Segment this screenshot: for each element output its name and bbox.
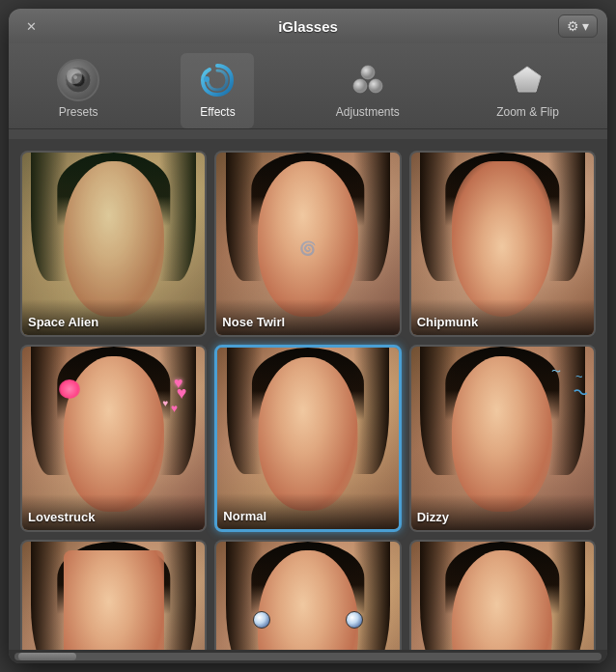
dizzy-bird-2: 〜 — [571, 381, 591, 405]
dizzy-bird-3: 〜 — [551, 365, 561, 378]
svg-point-3 — [73, 75, 77, 79]
zoom-svg — [511, 64, 544, 97]
tab-presets-label: Presets — [59, 105, 98, 119]
scrollbar-track[interactable] — [14, 653, 602, 660]
tab-adjustments[interactable]: Adjustments — [321, 53, 415, 128]
tab-adjustments-label: Adjustments — [336, 105, 400, 119]
toolbar: Presets Effects — [9, 43, 607, 129]
effects-grid: Space Alien 🌀 Nose Twirl — [20, 151, 596, 650]
svg-point-4 — [204, 76, 210, 82]
hair-right — [159, 153, 196, 281]
frog-preview — [411, 542, 594, 650]
dizzy-hair-left — [420, 347, 457, 475]
nose-twirl-label: Nose Twirl — [216, 299, 399, 335]
svg-point-1 — [71, 73, 85, 87]
effect-normal[interactable]: Normal — [214, 345, 401, 531]
svg-point-5 — [353, 79, 367, 93]
effect-dizzy[interactable]: ~ 〜 〜 Dizzy — [409, 345, 596, 531]
effect-lovestruck[interactable]: ♥ ♥ Lovestruck — [20, 345, 207, 531]
bug-eye-right — [346, 611, 363, 629]
tab-zoom[interactable]: Zoom & Flip — [481, 53, 574, 128]
lovestruck-label: Lovestruck — [22, 494, 205, 530]
tab-presets[interactable]: Presets — [42, 53, 115, 128]
effect-chipmunk[interactable]: Chipmunk — [409, 151, 596, 337]
chip-hair-left — [420, 153, 457, 281]
titlebar: ✕ iGlasses ⚙ ▾ — [9, 9, 607, 43]
effect-frog[interactable]: Frog — [409, 540, 596, 650]
bug-eye-left — [253, 611, 270, 629]
close-icon: ✕ — [26, 19, 37, 34]
effect-space-alien[interactable]: Space Alien — [20, 151, 207, 337]
app-window: ✕ iGlasses ⚙ ▾ — [9, 9, 607, 663]
effect-nose-twirl[interactable]: 🌀 Nose Twirl — [214, 151, 401, 337]
face-skin — [64, 161, 164, 317]
effect-blockhead[interactable]: Blockhead — [20, 540, 207, 650]
effect-bug-out[interactable]: Bug Out — [214, 540, 401, 650]
nt-hair-right — [353, 153, 390, 281]
normal-label: Normal — [217, 493, 398, 529]
svg-marker-8 — [514, 67, 541, 92]
norm-face-skin — [258, 357, 357, 511]
presets-icon — [57, 59, 99, 101]
blockhead-face-skin — [64, 550, 164, 650]
effects-icon — [196, 59, 238, 101]
close-button[interactable]: ✕ — [22, 17, 40, 35]
block-hair-right — [159, 542, 196, 650]
norm-hair-right — [353, 348, 389, 474]
camera-svg — [65, 67, 92, 94]
chip-face-skin — [452, 161, 552, 317]
tab-zoom-label: Zoom & Flip — [496, 105, 559, 119]
adjustments-icon — [347, 59, 389, 101]
chevron-down-icon: ▾ — [582, 18, 589, 34]
space-alien-label: Space Alien — [22, 299, 205, 335]
chip-hair-right — [548, 153, 585, 281]
zoom-icon — [506, 59, 548, 101]
lovestruck-heart-large: ♥ — [174, 375, 183, 392]
blockhead-preview — [22, 542, 205, 650]
frog-hair-right — [548, 542, 585, 650]
chipmunk-label: Chipmunk — [411, 299, 594, 335]
love-face-skin — [64, 356, 164, 512]
bug-out-preview — [216, 542, 399, 650]
svg-point-6 — [369, 79, 382, 93]
scrollbar-thumb[interactable] — [18, 653, 76, 660]
lovestruck-heart-small: ♥ — [163, 398, 169, 408]
effects-grid-container: Space Alien 🌀 Nose Twirl — [9, 139, 607, 650]
nt-hair-left — [226, 153, 263, 281]
svg-point-7 — [361, 66, 375, 79]
nose-twirl-effect: 🌀 — [299, 240, 316, 256]
swirl-svg — [199, 62, 236, 98]
window-title: iGlasses — [278, 18, 338, 35]
tab-indicator-area — [9, 129, 607, 139]
love-hair-right — [159, 347, 196, 475]
love-hair-left — [31, 347, 68, 475]
tab-arrow — [255, 129, 274, 139]
gear-button[interactable]: ⚙ ▾ — [558, 14, 598, 38]
adjustments-svg — [349, 63, 387, 98]
gear-icon: ⚙ — [567, 18, 579, 34]
tab-effects-label: Effects — [200, 105, 235, 119]
svg-point-2 — [74, 76, 82, 84]
dizzy-label: Dizzy — [411, 494, 594, 530]
svg-point-0 — [66, 68, 91, 93]
hair-left — [31, 153, 68, 281]
tab-effects[interactable]: Effects — [181, 53, 254, 128]
norm-hair-left — [227, 348, 263, 474]
dizzy-face-skin — [452, 356, 552, 512]
bug-hair-right — [353, 542, 390, 650]
scrollbar-area — [9, 650, 607, 663]
